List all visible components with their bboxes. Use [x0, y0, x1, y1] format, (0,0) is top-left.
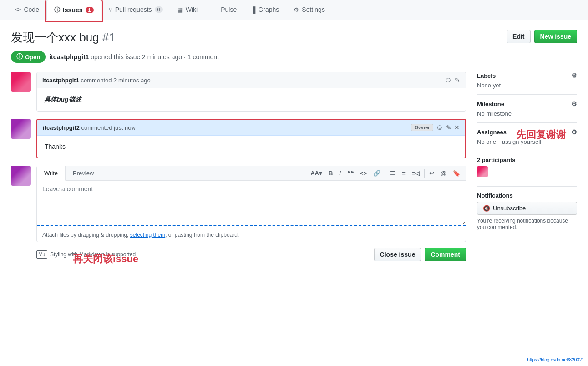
action-buttons: Close issue Comment [374, 248, 466, 261]
write-tab[interactable]: Write [37, 166, 66, 181]
issue-header-row: 发现一个xxx bug #1 Edit New issue [11, 30, 577, 46]
toolbar-bold[interactable]: B [327, 169, 335, 178]
close-comment-icon-2[interactable]: ✕ [454, 124, 460, 131]
issue-title-text: 发现一个xxx bug [11, 30, 99, 44]
unsubscribe-button[interactable]: 🔇 Unsubscribe [477, 202, 577, 215]
tab-wiki-label: Wiki [186, 6, 198, 13]
comment-body-text-1: 具体bug描述 [44, 96, 81, 103]
sidebar-labels-title: Labels [477, 72, 496, 79]
sidebar-notifications-section: Notifications 🔇 Unsubscribe You're recei… [477, 187, 577, 236]
pulse-icon: ⁓ [212, 6, 218, 13]
attach-text-1: Attach files by dragging & dropping, [42, 232, 130, 238]
issue-opened-text: opened this issue 2 minutes ago · 1 comm… [91, 53, 219, 61]
sidebar-assignees-title: Assignees [477, 129, 507, 136]
comment-time-1: commented 2 minutes ago [81, 77, 151, 84]
toolbar-list-task[interactable]: ≡◁ [410, 169, 422, 178]
toolbar-aa[interactable]: AA▾ [309, 169, 324, 178]
toolbar-italic[interactable]: i [337, 169, 343, 178]
issues-icon: ⓘ [54, 6, 60, 14]
new-issue-button[interactable]: New issue [534, 30, 577, 43]
annotation-text-1: 先回复谢谢 [516, 128, 566, 142]
toolbar-bookmark[interactable]: 🔖 [451, 169, 462, 178]
markdown-icon: M↓ [36, 250, 47, 259]
edit-comment-icon-1[interactable]: ✎ [455, 76, 460, 84]
comment-time-2: commented just now [81, 124, 136, 131]
participants-row [477, 166, 577, 177]
avatar-1 [11, 72, 31, 92]
code-icon: <> [15, 6, 21, 13]
sidebar-notifications-title: Notifications [477, 192, 513, 199]
comment-username-2: itcastphpgit2 [43, 124, 80, 131]
comment-header-right-2: Owner ☺ ✎ ✕ [411, 123, 460, 132]
edit-button[interactable]: Edit [507, 30, 530, 43]
tab-code[interactable]: <> Code [7, 0, 46, 20]
toolbar-code[interactable]: <> [358, 169, 369, 178]
sidebar-labels-content: None yet [477, 82, 577, 89]
edit-comment-icon-2[interactable]: ✎ [446, 124, 451, 131]
status-text: Open [25, 54, 40, 61]
write-comment-block: Write Preview AA▾ B i ❝❝ <> 🔗 [11, 166, 466, 266]
tab-pulse-label: Pulse [221, 6, 237, 13]
sidebar-participants-header: 2 participants [477, 157, 577, 163]
close-issue-button[interactable]: Close issue [374, 248, 421, 261]
labels-gear-icon[interactable]: ⚙ [571, 72, 577, 79]
pull-requests-badge: 0 [155, 6, 163, 13]
sidebar-milestone-content: No milestone [477, 110, 577, 117]
toolbar-divider-1 [385, 169, 385, 178]
comment-body-2: Thanks [37, 136, 465, 158]
emoji-icon-1[interactable]: ☺ [445, 76, 452, 84]
sidebar-labels-header: Labels ⚙ [477, 72, 577, 79]
toolbar-reply[interactable]: ↩ [427, 169, 436, 178]
milestone-gear-icon[interactable]: ⚙ [571, 100, 577, 107]
sidebar: Labels ⚙ None yet Milestone ⚙ No milesto… [477, 72, 577, 273]
participant-avatar-1 [477, 166, 488, 177]
tab-settings[interactable]: ⚙ Settings [286, 0, 332, 20]
toolbar-mention[interactable]: @ [439, 169, 448, 178]
assignees-gear-icon[interactable]: ⚙ [571, 128, 577, 136]
attach-text-2: , or pasting from the clipboard. [165, 232, 239, 238]
tab-pull-requests[interactable]: ⑂ Pull requests 0 [101, 0, 170, 20]
write-area: Write Preview AA▾ B i ❝❝ <> 🔗 [36, 166, 466, 242]
toolbar-divider-2 [424, 169, 425, 178]
tab-graphs[interactable]: ▐ Graphs [244, 0, 286, 20]
sidebar-milestone-title: Milestone [477, 101, 504, 107]
sidebar-milestone-section: Milestone ⚙ No milestone [477, 95, 577, 123]
status-badge: ⓘ Open [11, 51, 46, 63]
issue-author: itcastphpgit1 [49, 53, 89, 61]
sidebar-labels-section: Labels ⚙ None yet [477, 72, 577, 95]
tab-pull-requests-label: Pull requests [115, 6, 152, 13]
graphs-icon: ▐ [251, 6, 255, 13]
tab-graphs-label: Graphs [258, 6, 279, 13]
tab-issues[interactable]: ⓘ Issues 1 [46, 0, 101, 20]
preview-tab[interactable]: Preview [66, 166, 101, 180]
comment-body-text-2: Thanks [45, 143, 66, 150]
annotation-text-2-container: Close issue [374, 248, 421, 261]
notification-text: You're receiving notifications because y… [477, 218, 577, 230]
settings-icon: ⚙ [294, 6, 299, 13]
comment-header-left-1: itcastphpgit1 commented 2 minutes ago [42, 77, 151, 84]
avatar-3 [11, 166, 31, 186]
avatar-2 [11, 119, 31, 139]
toolbar-quote[interactable]: ❝❝ [345, 169, 355, 178]
issue-title: 发现一个xxx bug #1 [11, 30, 116, 46]
toolbar-link[interactable]: 🔗 [371, 169, 382, 178]
toolbar-list-ordered[interactable]: ≡ [400, 169, 407, 178]
issue-meta-text: itcastphpgit1 opened this issue 2 minute… [49, 53, 219, 61]
main-container: 发现一个xxx bug #1 Edit New issue ⓘ Open itc… [0, 20, 588, 282]
issues-badge: 1 [86, 7, 94, 13]
comment-textarea[interactable] [37, 181, 466, 226]
comment-button[interactable]: Comment [425, 248, 466, 261]
owner-badge: Owner [411, 124, 433, 131]
selecting-them-link[interactable]: selecting them [130, 232, 165, 238]
attach-text: Attach files by dragging & dropping, sel… [37, 228, 466, 242]
tab-code-label: Code [24, 6, 39, 13]
content-layout: itcastphpgit1 commented 2 minutes ago ☺ … [11, 72, 577, 273]
tab-pulse[interactable]: ⁓ Pulse [205, 0, 244, 20]
emoji-icon-2[interactable]: ☺ [436, 123, 443, 132]
toolbar-list-unordered[interactable]: ☰ [388, 169, 397, 178]
tab-wiki[interactable]: ▦ Wiki [170, 0, 205, 20]
comment-container-1: itcastphpgit1 commented 2 minutes ago ☺ … [36, 72, 466, 112]
comment-header-right-1: ☺ ✎ [445, 76, 460, 84]
sidebar-notifications-header: Notifications [477, 192, 577, 199]
tab-settings-label: Settings [302, 6, 325, 13]
